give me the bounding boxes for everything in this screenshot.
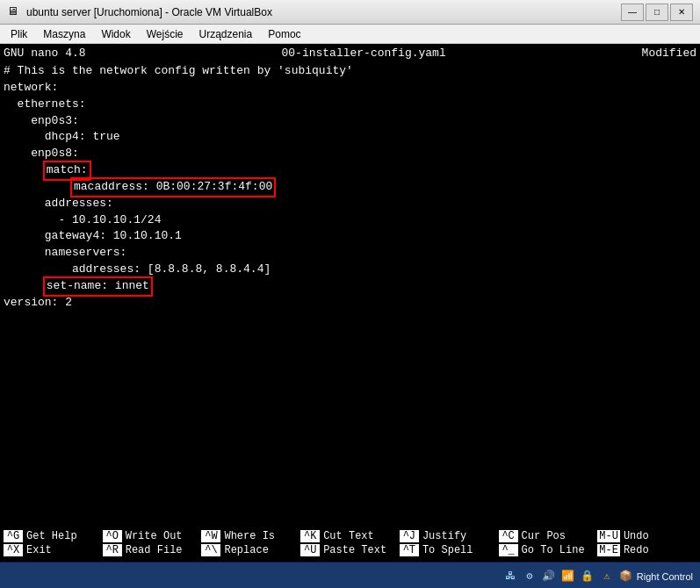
- shortcut-cur-pos[interactable]: ^C Cur Pos: [499, 530, 598, 542]
- label-redo: Redo: [624, 544, 649, 556]
- label-write-out: Write Out: [126, 530, 183, 542]
- line-4: enp0s3:: [4, 113, 696, 130]
- shortcut-to-spell[interactable]: ^T To Spell: [400, 544, 499, 556]
- shortcut-justify[interactable]: ^J Justify: [400, 530, 499, 542]
- line-5: dhcp4: true: [4, 129, 696, 146]
- shortcut-replace[interactable]: ^\ Replace: [201, 544, 300, 556]
- shortcut-get-help[interactable]: ^G Get Help: [4, 530, 103, 542]
- label-to-spell: To Spell: [422, 544, 473, 556]
- close-button[interactable]: ✕: [670, 4, 693, 21]
- line-9: addresses:: [4, 196, 696, 212]
- window-controls: — □ ✕: [621, 4, 693, 21]
- menu-plik[interactable]: Plik: [4, 26, 34, 42]
- shortcut-where-is[interactable]: ^W Where Is: [201, 530, 300, 542]
- shortcut-exit[interactable]: ^X Exit: [4, 544, 103, 556]
- key-go-to-line: ^_: [499, 544, 518, 556]
- maximize-button[interactable]: □: [646, 4, 668, 21]
- menu-wejscie[interactable]: Wejście: [140, 26, 191, 42]
- network-icon[interactable]: 🖧: [502, 568, 519, 585]
- line-1: # This is the network config written by …: [4, 63, 696, 80]
- key-read-file: ^R: [103, 544, 122, 556]
- line-10: - 10.10.10.1/24: [4, 212, 696, 229]
- label-get-help: Get Help: [26, 530, 77, 542]
- line-12: nameservers:: [4, 245, 696, 262]
- shortcut-row-1: ^G Get Help ^O Write Out ^W Where Is ^K …: [0, 529, 700, 543]
- menu-urzadzenia[interactable]: Urządzenia: [192, 26, 260, 42]
- system-icon-2[interactable]: 🔊: [540, 568, 558, 585]
- line-15: version: 2: [4, 295, 696, 312]
- line-14: set-name: innet: [4, 278, 696, 295]
- key-justify: ^J: [400, 530, 419, 542]
- shortcut-row-2: ^X Exit ^R Read File ^\ Replace ^U Paste…: [0, 543, 700, 557]
- label-cur-pos: Cur Pos: [522, 530, 566, 542]
- shortcut-cut-text[interactable]: ^K Cut Text: [300, 530, 400, 542]
- key-get-help: ^G: [4, 530, 23, 542]
- key-replace: ^\: [201, 544, 220, 556]
- system-icon-1[interactable]: ⚙: [521, 568, 538, 585]
- nano-shortcuts: ^G Get Help ^O Write Out ^W Where Is ^K …: [0, 525, 700, 562]
- app-icon: 🖥: [7, 5, 21, 19]
- menu-pomoc[interactable]: Pomoc: [261, 26, 307, 42]
- window-title: ubuntu server [Uruchomiona] - Oracle VM …: [26, 6, 272, 18]
- line-11: gateway4: 10.10.10.1: [4, 228, 696, 245]
- label-undo: Undo: [624, 530, 649, 542]
- system-icon-4[interactable]: 🔒: [579, 568, 596, 585]
- key-cur-pos: ^C: [499, 530, 518, 542]
- key-undo: M-U: [597, 530, 620, 542]
- label-paste-text: Paste Text: [323, 544, 386, 556]
- key-write-out: ^O: [103, 530, 122, 542]
- shortcut-go-to-line[interactable]: ^_ Go To Line: [499, 544, 598, 556]
- line-6: enp0s8:: [4, 146, 696, 162]
- line-13: addresses: [8.8.8.8, 8.8.4.4]: [4, 262, 696, 278]
- title-bar: 🖥 ubuntu server [Uruchomiona] - Oracle V…: [0, 0, 700, 25]
- nano-editor: GNU nano 4.8 00-installer-config.yaml Mo…: [0, 44, 700, 562]
- nano-version: GNU nano 4.8: [4, 47, 86, 60]
- line-2: network:: [4, 80, 696, 97]
- key-where-is: ^W: [201, 530, 220, 542]
- system-icon-5[interactable]: ⚠: [598, 568, 616, 585]
- menu-bar: Plik Maszyna Widok Wejście Urządzenia Po…: [0, 25, 700, 44]
- minimize-button[interactable]: —: [621, 4, 644, 21]
- shortcut-paste-text[interactable]: ^U Paste Text: [300, 544, 400, 556]
- key-paste-text: ^U: [300, 544, 320, 556]
- line-3: ethernets:: [4, 97, 696, 113]
- menu-widok[interactable]: Widok: [94, 26, 137, 42]
- key-to-spell: ^T: [400, 544, 419, 556]
- label-go-to-line: Go To Line: [522, 544, 585, 556]
- menu-maszyna[interactable]: Maszyna: [36, 26, 92, 42]
- label-where-is: Where Is: [224, 530, 275, 542]
- shortcut-redo[interactable]: M-E Redo: [597, 544, 696, 556]
- nano-filename: 00-installer-config.yaml: [281, 47, 445, 60]
- virtualbox-icon[interactable]: 📦: [617, 568, 635, 585]
- key-redo: M-E: [597, 544, 620, 556]
- system-icon-3[interactable]: 📶: [559, 568, 577, 585]
- key-cut-text: ^K: [300, 530, 320, 542]
- shortcut-undo[interactable]: M-U Undo: [597, 530, 696, 542]
- nano-status: Modified: [642, 47, 696, 60]
- label-read-file: Read File: [126, 544, 183, 556]
- line-8: macaddress: 0B:00:27:3f:4f:00: [4, 179, 696, 196]
- right-control-label: Right Control: [637, 571, 693, 582]
- taskbar: 🖧 ⚙ 🔊 📶 🔒 ⚠ 📦 Right Control: [0, 562, 700, 588]
- label-justify: Justify: [422, 530, 466, 542]
- label-replace: Replace: [224, 544, 268, 556]
- nano-top-bar: GNU nano 4.8 00-installer-config.yaml Mo…: [0, 44, 700, 61]
- editor-content[interactable]: # This is the network config written by …: [0, 61, 700, 525]
- shortcut-read-file[interactable]: ^R Read File: [103, 544, 202, 556]
- label-cut-text: Cut Text: [323, 530, 374, 542]
- key-exit: ^X: [4, 544, 23, 556]
- label-exit: Exit: [26, 544, 52, 556]
- line-7: match:: [4, 162, 696, 179]
- shortcut-write-out[interactable]: ^O Write Out: [103, 530, 202, 542]
